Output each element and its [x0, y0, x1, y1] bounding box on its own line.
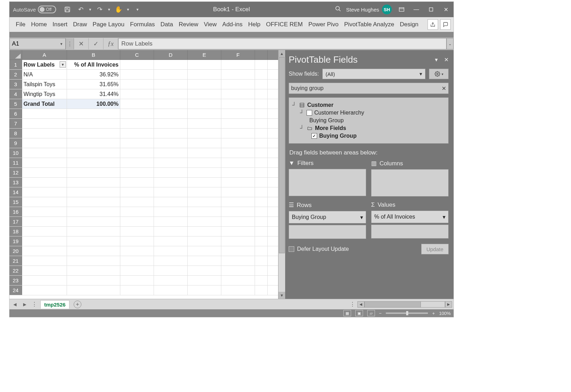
cell-A19[interactable] — [22, 236, 67, 246]
cell-G11[interactable] — [255, 158, 268, 167]
cell-E3[interactable] — [188, 80, 221, 89]
scroll-down-icon[interactable]: ▼ — [278, 292, 285, 299]
row-header[interactable]: 24 — [9, 286, 22, 295]
vertical-scrollbar[interactable]: ▲ ▼ — [278, 50, 285, 299]
cell-B24[interactable] — [67, 286, 120, 295]
tools-gear-button[interactable]: ▾ — [429, 69, 449, 79]
cell-G24[interactable] — [255, 286, 268, 295]
cell-C13[interactable] — [120, 178, 154, 187]
zoom-in-icon[interactable]: + — [432, 311, 435, 316]
cell-F11[interactable] — [221, 158, 255, 167]
cell-D8[interactable] — [154, 129, 188, 138]
cell-C6[interactable] — [120, 109, 154, 118]
cell-C9[interactable] — [120, 138, 154, 148]
cell-B6[interactable] — [67, 109, 120, 118]
row-18[interactable]: 18 — [9, 227, 278, 236]
cell-D7[interactable] — [154, 119, 188, 128]
row-17[interactable]: 17 — [9, 217, 278, 227]
chevron-down-icon[interactable]: ▾ — [443, 214, 445, 220]
redo-icon[interactable]: ↷ — [95, 5, 105, 14]
cell-E16[interactable] — [188, 207, 221, 216]
row-header[interactable]: 11 — [9, 158, 22, 167]
formula-input[interactable]: Row Labels — [118, 38, 446, 49]
row-labels-filter-icon[interactable]: ▼ — [60, 61, 66, 68]
cell-C22[interactable] — [120, 266, 154, 275]
cell-G7[interactable] — [255, 119, 268, 128]
formula-menu-icon[interactable]: ⋮ — [66, 38, 74, 49]
row-header[interactable]: 18 — [9, 227, 22, 236]
cell-A20[interactable] — [22, 246, 67, 256]
ribbon-display-icon[interactable] — [397, 5, 407, 14]
cell-F1[interactable] — [221, 60, 255, 69]
cell-B18[interactable] — [67, 227, 120, 236]
row-header[interactable]: 4 — [9, 89, 22, 99]
search-icon[interactable] — [335, 6, 341, 14]
page-layout-view-icon[interactable]: ▣ — [355, 310, 363, 316]
cell-B14[interactable] — [67, 187, 120, 197]
cell-C1[interactable] — [120, 60, 154, 69]
tab-home[interactable]: Home — [29, 20, 49, 29]
cell-E5[interactable] — [188, 99, 221, 109]
cell-D6[interactable] — [154, 109, 188, 118]
row-header[interactable]: 12 — [9, 168, 22, 177]
cell-D17[interactable] — [154, 217, 188, 226]
sheet-nav-prev-icon[interactable]: ◀ — [11, 302, 19, 307]
field-more-fields[interactable]: ┘ More Fields — [292, 124, 445, 132]
cell-D4[interactable] — [154, 89, 188, 99]
cell-E7[interactable] — [188, 119, 221, 128]
cell-F20[interactable] — [221, 246, 255, 256]
row-header[interactable]: 9 — [9, 138, 22, 148]
cell-C10[interactable] — [120, 148, 154, 158]
cell-D15[interactable] — [154, 197, 188, 207]
cell-A18[interactable] — [22, 227, 67, 236]
cell-C11[interactable] — [120, 158, 154, 167]
field-customer-table[interactable]: ┘ Customer — [292, 101, 445, 109]
formula-expand-icon[interactable]: ⌄ — [446, 38, 454, 49]
cell-G9[interactable] — [255, 138, 268, 148]
tab-design[interactable]: Design — [398, 20, 421, 29]
pane-menu-icon[interactable]: ▾ — [435, 56, 438, 63]
fx-icon[interactable]: ƒx — [103, 38, 118, 49]
cell-C14[interactable] — [120, 187, 154, 197]
row-22[interactable]: 22 — [9, 266, 278, 276]
cell-C17[interactable] — [120, 217, 154, 226]
cell-A4[interactable]: Wingtip Toys — [22, 89, 67, 99]
clear-search-icon[interactable]: ✕ — [442, 85, 446, 92]
cell-G22[interactable] — [255, 266, 268, 275]
row-2[interactable]: 2N/A36.92% — [9, 70, 278, 80]
account-button[interactable]: Steve Hughes SH — [346, 5, 392, 14]
cell-E8[interactable] — [188, 129, 221, 138]
cell-G6[interactable] — [255, 109, 268, 118]
rows-area[interactable]: ☰Rows Buying Group ▾ — [289, 201, 366, 239]
row-16[interactable]: 16 — [9, 207, 278, 217]
cell-D20[interactable] — [154, 246, 188, 256]
field-buying-group-child[interactable]: Buying Group — [292, 117, 445, 124]
row-header[interactable]: 20 — [9, 246, 22, 256]
cell-B9[interactable] — [67, 138, 120, 148]
cell-F10[interactable] — [221, 148, 255, 158]
cell-D14[interactable] — [154, 187, 188, 197]
cell-C18[interactable] — [120, 227, 154, 236]
row-header[interactable]: 1 — [9, 60, 22, 69]
cell-C2[interactable] — [120, 70, 154, 79]
checkbox-checked[interactable]: ✓ — [311, 133, 317, 139]
cell-B1[interactable]: % of All Invoices — [67, 60, 120, 69]
cell-D12[interactable] — [154, 168, 188, 177]
cell-E24[interactable] — [188, 286, 221, 295]
row-11[interactable]: 11 — [9, 158, 278, 168]
cell-F9[interactable] — [221, 138, 255, 148]
cell-D16[interactable] — [154, 207, 188, 216]
cell-B10[interactable] — [67, 148, 120, 158]
row-19[interactable]: 19 — [9, 236, 278, 246]
row-header[interactable]: 2 — [9, 70, 22, 79]
collapse-icon[interactable]: ┘ — [292, 102, 297, 108]
cell-F3[interactable] — [221, 80, 255, 89]
field-customer-hierarchy[interactable]: ┘ Customer Hierarchy — [292, 109, 445, 117]
cell-A14[interactable] — [22, 187, 67, 197]
cell-A2[interactable]: N/A — [22, 70, 67, 79]
cell-F13[interactable] — [221, 178, 255, 187]
cell-G20[interactable] — [255, 246, 268, 256]
col-header-A[interactable]: A — [22, 50, 67, 60]
row-header[interactable]: 5 — [9, 99, 22, 109]
row-14[interactable]: 14 — [9, 187, 278, 197]
